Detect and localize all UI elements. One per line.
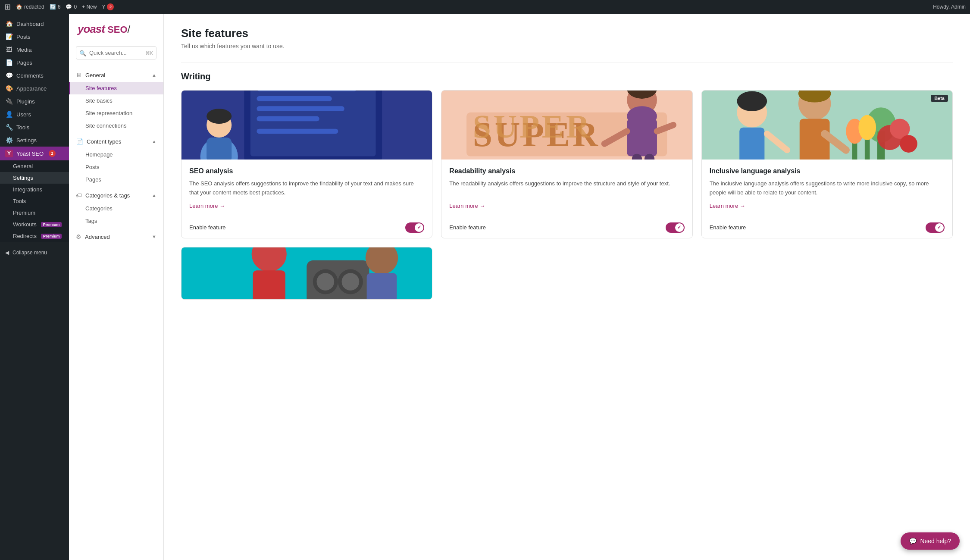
nav-item-homepage[interactable]: Homepage — [69, 148, 163, 161]
readability-toggle[interactable]: ✓ — [666, 222, 685, 233]
collapse-menu-button[interactable]: ◀ Collapse menu — [0, 245, 69, 260]
sidebar-item-tools[interactable]: 🔧 Tools — [0, 121, 69, 134]
readability-enable-label: Enable feature — [449, 224, 486, 231]
seo-analysis-learn-more[interactable]: Learn more → — [189, 203, 424, 209]
inclusive-language-image: Beta — [702, 91, 952, 160]
yoast-submenu: General Settings Integrations Tools Prem… — [0, 160, 69, 242]
nav-header-categories-tags[interactable]: 🏷 Categories & tags ▲ — [69, 188, 163, 202]
need-help-button[interactable]: 💬 Need help? — [901, 532, 960, 550]
yoast-sub-tools[interactable]: Tools — [0, 195, 69, 207]
readability-desc: The readability analysis offers suggesti… — [449, 179, 684, 197]
nav-item-pages[interactable]: Pages — [69, 173, 163, 186]
seo-analysis-title: SEO analysis — [189, 167, 424, 175]
nav-section-content-types: 📄 Content types ▲ Homepage Posts Pages — [69, 135, 163, 186]
seo-analysis-illustration — [181, 91, 432, 160]
inclusive-learn-more[interactable]: Learn more → — [710, 203, 945, 209]
readability-analysis-card: SUPER SUPER — [441, 90, 692, 238]
sidebar-item-plugins[interactable]: 🔌 Plugins — [0, 95, 69, 108]
nav-section-advanced: ⚙ Advanced ▼ — [69, 230, 163, 244]
site-name[interactable]: redacted — [24, 4, 44, 10]
admin-bar-home[interactable]: 🏠 redacted — [16, 4, 44, 10]
nav-item-tags[interactable]: Tags — [69, 215, 163, 227]
svg-text:SUPER: SUPER — [473, 109, 592, 144]
svg-point-28 — [900, 135, 917, 153]
admin-bar-yoast[interactable]: Y 2 — [102, 3, 114, 10]
svg-point-12 — [207, 109, 232, 124]
nav-header-general[interactable]: 🖥 General ▲ — [69, 68, 163, 82]
readability-body: Readability analysis The readability ana… — [441, 160, 692, 217]
yoast-logo-text: yoast — [78, 22, 105, 35]
yoast-sub-premium[interactable]: Premium — [0, 207, 69, 219]
sidebar-item-users[interactable]: 👤 Users — [0, 108, 69, 121]
wp-logo-icon[interactable]: ⊞ — [4, 2, 11, 12]
svg-rect-6 — [257, 129, 338, 134]
nav-item-site-representation[interactable]: Site representation — [69, 107, 163, 119]
admin-bar-new[interactable]: + New — [82, 4, 97, 10]
beta-badge: Beta — [931, 95, 948, 102]
nav-item-site-features[interactable]: Site features — [69, 82, 163, 94]
seo-analysis-desc: The SEO analysis offers suggestions to i… — [189, 179, 424, 197]
yoast-sub-integrations[interactable]: Integrations — [0, 184, 69, 195]
seo-enable-label: Enable feature — [189, 224, 226, 231]
plugins-icon: 🔌 — [5, 98, 13, 105]
yoast-sub-redirects[interactable]: Redirects Premium — [0, 230, 69, 242]
collapse-label: Collapse menu — [13, 250, 47, 256]
page-subtitle: Tell us which features you want to use. — [181, 43, 953, 50]
nav-item-site-connections[interactable]: Site connections — [69, 119, 163, 132]
sidebar-item-label: Comments — [16, 72, 44, 79]
svg-point-51 — [366, 247, 398, 275]
search-input[interactable] — [76, 46, 156, 59]
search-box[interactable]: 🔍 ⌘K — [76, 46, 156, 59]
sidebar-item-label: Media — [16, 47, 31, 53]
sidebar-item-settings[interactable]: ⚙️ Settings — [0, 134, 69, 147]
nav-item-site-basics[interactable]: Site basics — [69, 94, 163, 107]
sidebar-item-label: Plugins — [16, 98, 35, 105]
sidebar-item-posts[interactable]: 📝 Posts — [0, 30, 69, 43]
yoast-sub-workouts[interactable]: Workouts Premium — [0, 219, 69, 230]
main-layout: 🏠 Dashboard 📝 Posts 🖼 Media 📄 Pages 💬 Co… — [0, 14, 970, 560]
nav-item-posts[interactable]: Posts — [69, 161, 163, 173]
chat-icon: 💬 — [909, 538, 917, 544]
admin-bar-comments[interactable]: 💬 0 — [66, 4, 77, 10]
sidebar-item-label: Pages — [16, 59, 32, 66]
yoast-logo: yoast SEO/ — [69, 22, 163, 46]
seo-analysis-toggle[interactable]: ✓ — [405, 222, 424, 233]
sidebar-item-comments[interactable]: 💬 Comments — [0, 69, 69, 82]
yoast-sub-general[interactable]: General — [0, 160, 69, 172]
inclusive-language-card: Beta — [701, 90, 953, 238]
nav-header-advanced[interactable]: ⚙ Advanced ▼ — [69, 230, 163, 244]
sidebar-item-dashboard[interactable]: 🏠 Dashboard — [0, 17, 69, 30]
inclusive-language-toggle[interactable]: ✓ — [926, 222, 945, 233]
sidebar-item-appearance[interactable]: 🎨 Appearance — [0, 82, 69, 95]
sidebar-item-yoast[interactable]: Y Yoast SEO 2 — [0, 147, 69, 160]
home-icon: 🏠 — [16, 4, 22, 10]
posts-icon: 📝 — [5, 33, 13, 40]
inclusive-language-title: Inclusive language analysis — [710, 167, 945, 175]
nav-header-content-types[interactable]: 📄 Content types ▲ — [69, 135, 163, 148]
sidebar-item-media[interactable]: 🖼 Media — [0, 43, 69, 56]
svg-point-32 — [858, 115, 876, 140]
sidebar-item-pages[interactable]: 📄 Pages — [0, 56, 69, 69]
nav-section-label: Content types — [87, 138, 121, 145]
content-types-nav-sub: Homepage Posts Pages — [69, 148, 163, 186]
nav-item-categories[interactable]: Categories — [69, 202, 163, 215]
readability-footer: Enable feature ✓ — [441, 217, 692, 238]
need-help-label: Need help? — [920, 538, 951, 544]
workouts-premium-badge: Premium — [41, 222, 62, 227]
svg-rect-38 — [799, 119, 829, 160]
partial-card — [181, 247, 432, 300]
collapse-icon: ◀ — [5, 250, 9, 256]
readability-learn-more[interactable]: Learn more → — [449, 203, 684, 209]
updates-icon: 🔄 — [50, 4, 56, 10]
admin-bar-updates[interactable]: 🔄 6 — [50, 4, 61, 10]
seo-analysis-footer: Enable feature ✓ — [181, 217, 432, 238]
partial-card-illustration — [181, 247, 432, 300]
svg-rect-45 — [253, 271, 285, 300]
nav-section-categories-tags: 🏷 Categories & tags ▲ Categories Tags — [69, 188, 163, 227]
svg-point-49 — [317, 273, 335, 291]
divider — [181, 63, 953, 63]
svg-line-43 — [767, 134, 787, 150]
inclusive-language-footer: Enable feature ✓ — [702, 217, 952, 238]
yoast-sub-settings[interactable]: Settings — [0, 172, 69, 184]
yoast-sidebar: yoast SEO/ 🔍 ⌘K 🖥 General ▲ Site feature… — [69, 14, 164, 560]
